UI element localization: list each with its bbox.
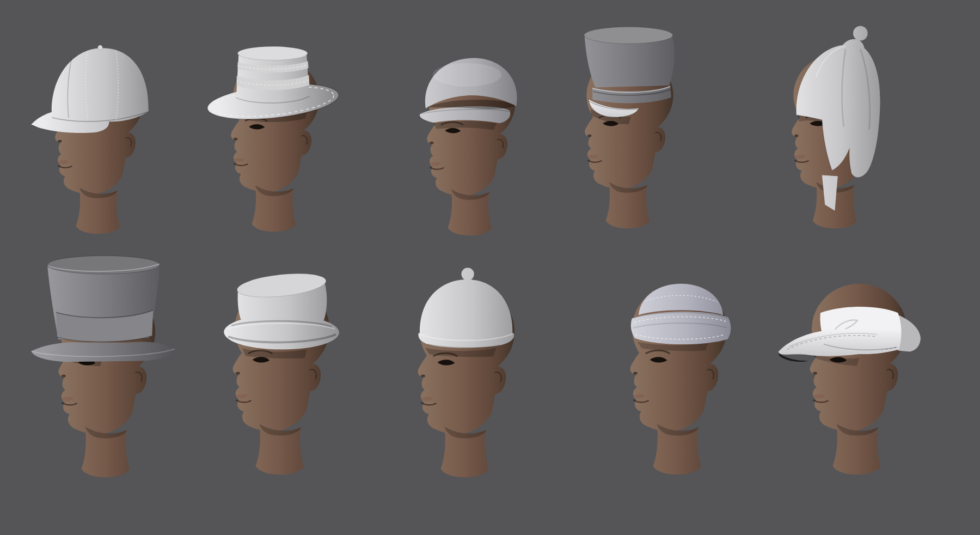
study-beret-cap xyxy=(384,5,552,236)
study-rolled-brim-hat xyxy=(186,222,369,476)
study-top-hat xyxy=(12,225,195,478)
render-canvas xyxy=(0,0,980,535)
render-cadet-cap xyxy=(542,0,709,229)
study-dome-cap xyxy=(371,225,554,478)
render-chullo-hood xyxy=(749,0,916,229)
study-chullo-hood xyxy=(749,0,916,229)
render-beret-cap xyxy=(384,5,552,236)
study-baseball-cap xyxy=(13,3,180,235)
render-pillbox-hat xyxy=(584,222,767,476)
render-baseball-cap xyxy=(13,3,180,235)
render-dome-cap xyxy=(371,225,554,478)
pillbox-hat xyxy=(631,284,731,351)
render-rolled-brim-hat xyxy=(186,222,369,476)
top-hat xyxy=(32,256,175,366)
study-sport-visor xyxy=(763,222,946,476)
render-sport-visor xyxy=(763,222,946,476)
render-wide-brim-hat xyxy=(188,1,356,233)
study-pillbox-hat xyxy=(584,222,767,476)
study-wide-brim-hat xyxy=(188,1,356,233)
dome-cap xyxy=(418,268,514,357)
wide-brim-hat xyxy=(206,46,340,125)
beret-cap xyxy=(420,58,517,130)
study-cadet-cap xyxy=(542,0,709,229)
render-top-hat xyxy=(12,225,195,478)
